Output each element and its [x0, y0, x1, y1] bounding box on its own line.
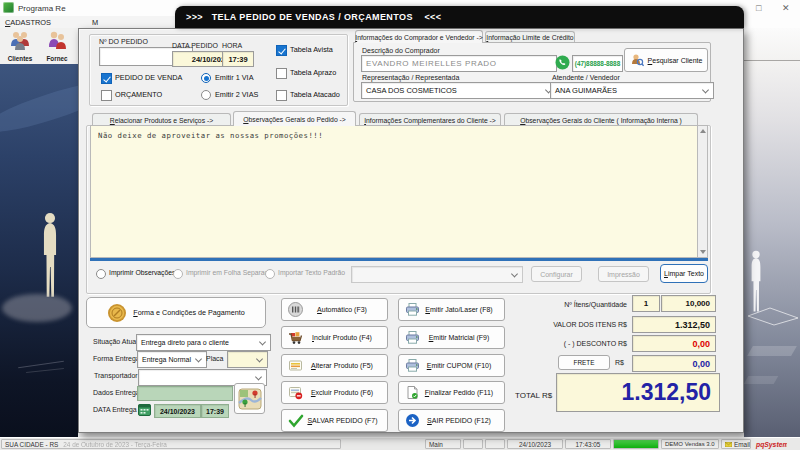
menu-cadastros[interactable]: CADASTROS: [5, 18, 51, 27]
emitir-jato-laser-button[interactable]: Emitir Jato/Laser (F8): [398, 298, 505, 321]
clientes-icon: [9, 30, 31, 52]
hora-pedido-label: HORA: [222, 42, 242, 49]
map-icon: [238, 387, 262, 411]
total-label: TOTAL R$: [515, 391, 552, 400]
tabela-aprazo-label: Tabela Aprazo: [290, 68, 336, 77]
data-entrega-field[interactable]: 24/10/2023: [154, 404, 201, 418]
data-entrega-label: DATA Entrega: [93, 406, 137, 413]
data-pedido-label: DATA PEDIDO: [172, 42, 218, 49]
dados-entrega-field[interactable]: [137, 386, 233, 401]
orcamento-label: ORÇAMENTO: [115, 90, 162, 99]
situacao-atual-select[interactable]: Entrega direto para o cliente: [136, 334, 271, 351]
descricao-comprador-field[interactable]: EVANDRO MEIRELLES PRADO: [361, 55, 557, 72]
calendar-icon[interactable]: [138, 403, 151, 416]
faint-patch: [744, 376, 778, 384]
importar-texto-radio[interactable]: [265, 269, 275, 279]
configurar-button[interactable]: Configurar: [531, 266, 582, 282]
hora-pedido-field[interactable]: 17:39: [222, 51, 254, 67]
salvar-pedido-button[interactable]: SALVAR PEDIDO (F7): [281, 409, 388, 432]
importar-texto-label: Importar Texto Padrão: [278, 269, 345, 276]
valor-itens-field: 1.312,50: [632, 316, 716, 333]
progress-bar: [614, 440, 658, 448]
menu-partial[interactable]: M: [92, 18, 98, 27]
close-button[interactable]: ✕: [782, 3, 790, 13]
atendente-select[interactable]: ANA GUIMARÃES: [550, 82, 714, 99]
sair-pedido-label: SAIR PEDIDO (F12): [420, 417, 498, 424]
status-main-segment: Main: [425, 439, 461, 449]
emitir-1via-radio[interactable]: [201, 73, 211, 83]
toolbar-button-clientes[interactable]: Clientes: [3, 29, 37, 64]
placa-select[interactable]: [227, 351, 268, 368]
texto-padrao-select[interactable]: [351, 266, 523, 283]
descricao-comprador-label: Descrição do Comprador: [362, 47, 440, 54]
status-bar: SUA CIDADE - RS 24 de Outubro de 2023 - …: [0, 437, 800, 450]
emitir-2vias-radio[interactable]: [201, 90, 211, 100]
desconto-field[interactable]: 0,00: [632, 335, 716, 352]
dados-entrega-label: Dados Entrega: [93, 389, 140, 396]
scroll-down-icon[interactable]: [700, 250, 706, 254]
status-progress-segment: [613, 439, 659, 449]
scroll-up-icon[interactable]: [700, 129, 706, 133]
pedido-venda-label: PEDIDO DE VENDA: [115, 73, 182, 82]
screen: Programa Re CADASTROS M Clientes F: [0, 0, 800, 450]
textarea-scrollbar[interactable]: [697, 125, 708, 258]
representacao-select[interactable]: CASA DOS COSMETICOS: [361, 82, 557, 99]
automatico-button[interactable]: Automático (F3): [281, 298, 388, 321]
email-icon: [725, 442, 732, 447]
right-person-silhouette: [747, 250, 765, 314]
pesquisar-cliente-label: Pesquisar Cliente: [648, 57, 703, 64]
numero-pedido-label: Nº DO PEDIDO: [99, 38, 148, 45]
alterar-produto-label: Alterar Produto (F5): [303, 362, 381, 369]
tab-comprador-vendedor[interactable]: Informações do Comprador e Vendedor ->: [355, 30, 483, 43]
hora-entrega-field[interactable]: 17:39: [201, 404, 229, 418]
situacao-atual-label: Situação Atual: [93, 338, 138, 345]
dialog-title: >>> TELA PEDIDO DE VENDAS / ORÇAMENTOS <…: [175, 12, 441, 22]
check-icon: [288, 414, 304, 428]
emitir-matricial-button[interactable]: Emitir Matricial (F9): [398, 326, 505, 349]
status-left-segment: SUA CIDADE - RS 24 de Outubro de 2023 - …: [1, 439, 341, 449]
frete-field[interactable]: 0,00: [632, 355, 716, 372]
alterar-produto-button[interactable]: Alterar Produto (F5): [281, 354, 388, 377]
status-demo-segment: DEMO Vendas 3.0: [661, 439, 719, 449]
left-person-silhouette: [38, 212, 62, 300]
platform-outline: [744, 306, 800, 326]
impressao-button[interactable]: Impressão: [598, 266, 649, 282]
limpar-texto-button[interactable]: Limpar Texto: [660, 264, 708, 283]
frete-button[interactable]: FRETE: [558, 355, 610, 370]
pedido-dialog: Nº DO PEDIDO 6 DATA PEDIDO 24/10/2023 HO…: [78, 28, 744, 433]
emitir-cupom-button[interactable]: Emitir CUPOM (F10): [398, 354, 505, 377]
imprimir-observacoes-label: Imprimir Observações: [109, 269, 175, 276]
forma-entrega-select[interactable]: Entrega Normal: [137, 351, 207, 368]
status-email-segment[interactable]: Email: [721, 439, 751, 449]
excluir-produto-button[interactable]: Excluir Produto (F6): [281, 381, 388, 404]
map-button[interactable]: [234, 383, 265, 414]
status-city: SUA CIDADE - RS: [5, 441, 58, 448]
toolbar-button-fornecedores[interactable]: Fornec: [40, 29, 74, 64]
forma-entrega-label: Forma Entrega: [93, 355, 140, 362]
cart-icon: [288, 330, 303, 345]
coin-icon: [107, 303, 127, 323]
forma-pagamento-label: Forma e Condições de Pagamento: [133, 308, 244, 317]
imprimir-folha-radio[interactable]: [173, 269, 183, 279]
pesquisar-cliente-button[interactable]: Pesquisar Cliente: [624, 48, 708, 72]
photo-edge-line: [744, 60, 800, 61]
finalizar-pedido-button[interactable]: Finalizar Pedido (F11): [398, 381, 505, 404]
observacoes-textarea[interactable]: Não deixe de aproveitar as nossas promoç…: [90, 125, 697, 258]
phone-field[interactable]: (47)88888-8888: [572, 55, 623, 72]
emitir-1via-label: Emitir 1 VIA: [215, 73, 254, 82]
app-logo-icon: [3, 2, 14, 13]
dialog-header[interactable]: >>> TELA PEDIDO DE VENDAS / ORÇAMENTOS <…: [175, 6, 744, 28]
forma-pagamento-button[interactable]: Forma e Condições de Pagamento: [86, 297, 266, 328]
sair-pedido-button[interactable]: SAIR PEDIDO (F12): [398, 409, 505, 432]
incluir-produto-button[interactable]: Incluir Produto (F4): [281, 326, 388, 349]
maximize-button[interactable]: □: [756, 3, 761, 13]
tab-observacoes-pedido[interactable]: Observações Gerais do Pedido ->: [233, 111, 356, 126]
status-time-segment: 17:43:05: [565, 439, 611, 449]
delete-icon: [288, 385, 303, 400]
imprimir-observacoes-radio[interactable]: [96, 269, 106, 279]
representacao-label: Representação / Representada: [362, 74, 459, 81]
imprimir-folha-label: Imprimir em Folha Separada: [186, 269, 272, 276]
right-background-photo: [744, 28, 800, 437]
status-date-long: 24 de Outubro de 2023 - Terça-Feira: [63, 441, 167, 448]
pesquisar-cliente-icon: [630, 53, 644, 67]
